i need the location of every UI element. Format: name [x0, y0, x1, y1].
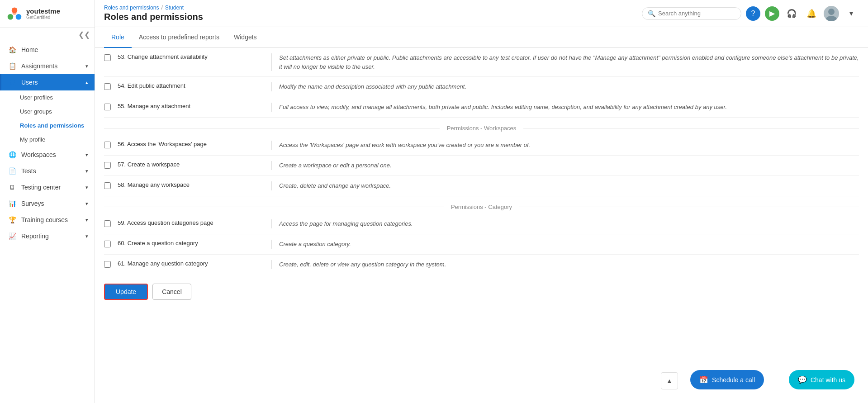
permission-check-54 [104, 82, 118, 90]
app-name: youtestme [26, 7, 60, 15]
tab-role[interactable]: Role [104, 27, 132, 48]
avatar[interactable] [824, 6, 839, 21]
sidebar-item-workspaces[interactable]: 🌐 Workspaces ▾ [0, 147, 95, 163]
page-header: Roles and permissions / Student Roles an… [95, 0, 868, 27]
user-menu-arrow-button[interactable]: ▾ [844, 6, 859, 21]
testing-center-arrow-icon: ▾ [85, 185, 88, 190]
sidebar-item-home-label: Home [21, 46, 38, 53]
sidebar-item-reporting[interactable]: 📈 Reporting ▾ [0, 228, 95, 244]
permission-desc-57: Create a workspace or edit a personal on… [279, 161, 859, 170]
permission-name-55: 55. Manage any attachment [118, 103, 271, 109]
permission-divider-57 [271, 161, 272, 170]
sidebar-sub-roles-permissions[interactable]: Roles and permissions [0, 119, 95, 133]
update-button[interactable]: Update [104, 284, 148, 300]
breadcrumb: Roles and permissions / Student [104, 5, 203, 11]
permission-name-56: 56. Access the 'Workspaces' page [118, 141, 271, 147]
sidebar-item-tests[interactable]: 📄 Tests ▾ [0, 163, 95, 179]
permission-desc-55: Full access to view, modify, and manage … [279, 103, 859, 112]
chat-with-us-button[interactable]: 💬 Chat with us [789, 370, 854, 389]
sidebar-item-home[interactable]: 🏠 Home [0, 42, 95, 58]
cancel-button[interactable]: Cancel [152, 284, 191, 300]
my-profile-label: My profile [20, 136, 45, 143]
reporting-arrow-icon: ▾ [85, 233, 88, 239]
content-area: Role Access to predefined reports Widget… [95, 27, 868, 403]
permission-divider-58 [271, 181, 272, 190]
permission-checkbox-59[interactable] [104, 220, 111, 227]
sidebar-item-surveys-label: Surveys [21, 200, 44, 207]
sidebar-item-reporting-label: Reporting [21, 232, 49, 240]
workspaces-icon: 🌐 [8, 151, 17, 158]
permission-checkbox-61[interactable] [104, 261, 111, 268]
users-icon: 👤 [8, 79, 17, 86]
permission-checkbox-54[interactable] [104, 83, 111, 90]
schedule-call-label: Schedule a call [712, 376, 755, 384]
permission-checkbox-58[interactable] [104, 182, 111, 189]
notifications-button[interactable]: 🔔 [804, 6, 819, 21]
sidebar-sub-user-profiles[interactable]: User profiles [0, 90, 95, 104]
permission-name-57: 57. Create a workspace [118, 161, 271, 168]
section-title-workspaces: Permissions - Workspaces [447, 125, 517, 132]
help-button[interactable]: ? [746, 6, 760, 21]
scroll-to-top-button[interactable]: ▲ [661, 372, 678, 389]
permission-checkbox-56[interactable] [104, 142, 111, 148]
permission-checkbox-53[interactable] [104, 54, 111, 61]
permission-checkbox-55[interactable] [104, 104, 111, 110]
permission-row-59: 59. Access question categories page Acce… [104, 214, 859, 234]
sidebar-item-surveys[interactable]: 📊 Surveys ▾ [0, 195, 95, 212]
permission-divider-59 [271, 219, 272, 228]
permission-check-61 [104, 260, 118, 268]
sidebar-item-users[interactable]: 👤 Users ▴ [0, 74, 95, 90]
permission-check-56 [104, 141, 118, 148]
tab-access-reports[interactable]: Access to predefined reports [132, 27, 227, 48]
header-left: Roles and permissions / Student Roles an… [104, 5, 203, 22]
permission-row-60: 60. Create a question category Create a … [104, 234, 859, 255]
search-input[interactable] [658, 10, 735, 17]
roles-permissions-label: Roles and permissions [20, 122, 84, 129]
permission-check-55 [104, 103, 118, 110]
breadcrumb-roles-link[interactable]: Roles and permissions [104, 5, 159, 11]
sidebar-item-training-courses[interactable]: 🏆 Training courses ▾ [0, 212, 95, 228]
schedule-call-icon: 📅 [699, 375, 708, 384]
schedule-call-button[interactable]: 📅 Schedule a call [690, 370, 764, 389]
permission-desc-53: Set attachments as either private or pub… [279, 53, 859, 71]
permission-divider-60 [271, 240, 272, 249]
sidebar-sub-my-profile[interactable]: My profile [0, 133, 95, 147]
sidebar-item-tests-label: Tests [21, 167, 36, 175]
permission-desc-58: Create, delete and change any workspace. [279, 181, 859, 190]
home-icon: 🏠 [8, 46, 17, 53]
permission-divider-54 [271, 82, 272, 91]
testing-center-icon: 🖥 [8, 184, 17, 191]
section-title-category: Permissions - Category [451, 204, 512, 210]
tab-widgets[interactable]: Widgets [227, 27, 264, 48]
reporting-icon: 📈 [8, 232, 17, 240]
tests-icon: 📄 [8, 167, 17, 175]
collapse-sidebar-button[interactable]: ❮❮ [78, 30, 90, 39]
permission-divider-55 [271, 103, 272, 112]
user-groups-label: User groups [20, 108, 52, 115]
tabs-bar: Role Access to predefined reports Widget… [95, 27, 868, 48]
permission-name-53: 53. Change attachment availability [118, 53, 271, 60]
sidebar-item-testing-center[interactable]: 🖥 Testing center ▾ [0, 179, 95, 195]
sidebar-item-assignments[interactable]: 📋 Assignments ▾ [0, 58, 95, 74]
users-arrow-icon: ▴ [85, 80, 88, 85]
chat-with-us-label: Chat with us [811, 376, 845, 384]
play-button[interactable]: ▶ [765, 6, 779, 21]
permission-name-54: 54. Edit public attachment [118, 82, 271, 89]
logo-icon [6, 5, 23, 22]
search-icon: 🔍 [648, 10, 655, 17]
headset-button[interactable]: 🎧 [784, 6, 799, 21]
assignments-arrow-icon: ▾ [85, 63, 88, 69]
permission-check-58 [104, 181, 118, 189]
permission-check-57 [104, 161, 118, 169]
assignments-icon: 📋 [8, 62, 17, 70]
permission-check-53 [104, 53, 118, 61]
permission-checkbox-57[interactable] [104, 162, 111, 169]
sidebar-item-assignments-label: Assignments [21, 62, 57, 70]
permission-desc-54: Modify the name and description associat… [279, 82, 859, 91]
sidebar-item-testing-center-label: Testing center [21, 184, 61, 191]
breadcrumb-student-link[interactable]: Student [165, 5, 184, 11]
sidebar-sub-user-groups[interactable]: User groups [0, 104, 95, 119]
permission-checkbox-60[interactable] [104, 241, 111, 247]
permission-name-61: 61. Manage any question category [118, 260, 271, 267]
permission-row-57: 57. Create a workspace Create a workspac… [104, 156, 859, 176]
